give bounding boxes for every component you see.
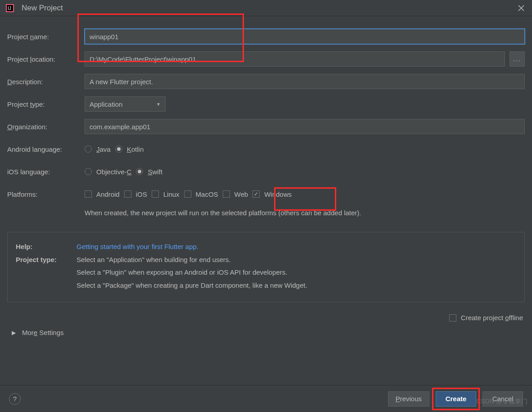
- platform-linux-checkbox[interactable]: Linux: [152, 190, 180, 198]
- project-type-label: Project type:: [7, 100, 85, 108]
- checkbox-icon: [152, 190, 159, 198]
- checkbox-icon: [223, 190, 230, 198]
- platform-android-checkbox[interactable]: Android: [85, 190, 120, 198]
- cancel-button[interactable]: Cancel: [482, 391, 523, 407]
- help-text-line: Select an "Application" when building fo…: [77, 254, 516, 267]
- radio-icon: [115, 145, 122, 153]
- checkbox-label: MacOS: [196, 190, 218, 198]
- android-lang-java-radio[interactable]: Java: [85, 145, 111, 153]
- window-title: New Project: [22, 4, 63, 13]
- platforms-label: Platforms:: [7, 190, 85, 198]
- android-language-label: Android language:: [7, 145, 85, 153]
- project-type-select[interactable]: Application ▼: [85, 96, 166, 112]
- checkbox-icon: [184, 190, 191, 198]
- more-settings-expander[interactable]: ▶ More Settings: [0, 321, 532, 344]
- organization-input[interactable]: [85, 119, 525, 134]
- radio-label: Swift: [148, 168, 162, 176]
- create-offline-checkbox[interactable]: Create project offline: [449, 314, 523, 321]
- platforms-note: When created, the new project will run o…: [85, 209, 525, 217]
- help-getting-started-link[interactable]: Getting started with your first Flutter …: [77, 243, 198, 250]
- browse-location-button[interactable]: ...: [509, 51, 525, 67]
- checkbox-label: iOS: [136, 190, 147, 198]
- platform-windows-checkbox[interactable]: Windows: [252, 190, 292, 198]
- previous-button[interactable]: Previous: [388, 391, 429, 407]
- help-panel: Help: Getting started with your first Fl…: [7, 232, 525, 302]
- project-name-input[interactable]: [85, 29, 525, 44]
- checkbox-label: Windows: [264, 190, 292, 198]
- description-label: Description:: [7, 78, 85, 86]
- project-name-label: Project name:: [7, 33, 85, 41]
- radio-icon: [136, 168, 143, 175]
- help-text-line: Select a "Plugin" when exposing an Andro…: [77, 266, 516, 279]
- chevron-right-icon: ▶: [12, 330, 16, 336]
- close-icon[interactable]: [516, 3, 527, 14]
- radio-label: Objective-C: [96, 168, 131, 176]
- help-project-type-label: Project type:: [16, 254, 72, 292]
- project-type-value: Application: [90, 100, 122, 108]
- platform-web-checkbox[interactable]: Web: [223, 190, 248, 198]
- organization-label: Organization:: [7, 123, 85, 131]
- checkbox-icon: [252, 190, 260, 198]
- intellij-logo-icon: IJ: [5, 4, 14, 13]
- help-icon[interactable]: ?: [9, 393, 21, 405]
- ios-language-label: iOS language:: [7, 168, 85, 176]
- project-location-label: Project location:: [7, 55, 85, 63]
- platform-macos-checkbox[interactable]: MacOS: [184, 190, 218, 198]
- ios-lang-swift-radio[interactable]: Swift: [136, 168, 162, 176]
- android-lang-kotlin-radio[interactable]: Kotlin: [115, 145, 144, 153]
- create-button[interactable]: Create: [436, 391, 476, 407]
- help-label: Help:: [16, 240, 72, 254]
- project-location-input[interactable]: [85, 51, 505, 67]
- radio-label: Kotlin: [127, 145, 144, 153]
- checkbox-label: Web: [234, 190, 248, 198]
- platform-ios-checkbox[interactable]: iOS: [124, 190, 147, 198]
- chevron-down-icon: ▼: [156, 102, 161, 107]
- title-bar: IJ New Project: [0, 0, 532, 16]
- radio-icon: [85, 168, 92, 175]
- svg-text:IJ: IJ: [8, 6, 11, 11]
- checkbox-label: Create project offline: [461, 314, 523, 321]
- help-text-line: Select a "Package" when creating a pure …: [77, 279, 516, 292]
- checkbox-label: Android: [96, 190, 120, 198]
- checkbox-label: Linux: [163, 190, 180, 198]
- radio-icon: [85, 145, 92, 153]
- checkbox-icon: [449, 314, 456, 321]
- checkbox-icon: [85, 190, 92, 198]
- ios-lang-objc-radio[interactable]: Objective-C: [85, 168, 131, 176]
- radio-label: Java: [96, 145, 111, 153]
- checkbox-icon: [124, 190, 131, 198]
- more-settings-label: More Settings: [22, 329, 64, 336]
- description-input[interactable]: [85, 74, 525, 89]
